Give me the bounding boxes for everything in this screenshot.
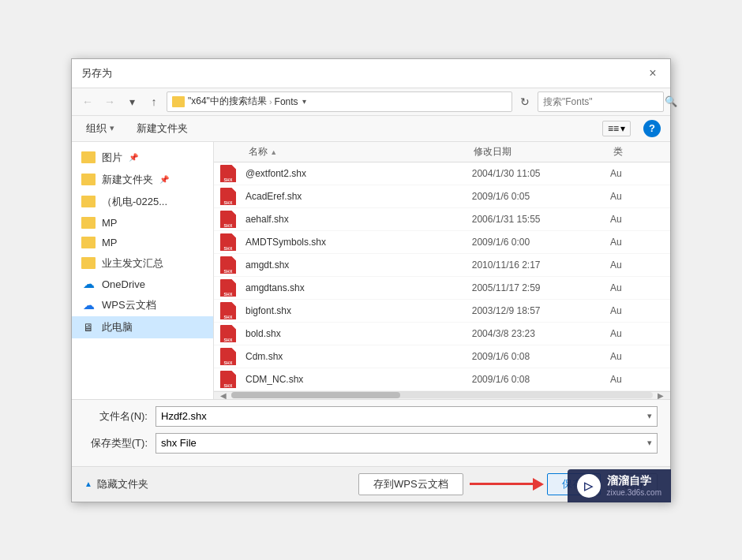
file-name: bold.shx bbox=[242, 328, 469, 339]
table-row[interactable]: SHX @extfont2.shx 2004/1/30 11:05 Au bbox=[214, 162, 670, 185]
file-type: Au bbox=[607, 214, 670, 225]
file-type: Au bbox=[607, 168, 670, 179]
forward-button[interactable]: → bbox=[100, 92, 119, 111]
col-name-header[interactable]: 名称 ▲ bbox=[242, 145, 467, 159]
filename-input[interactable] bbox=[161, 410, 647, 422]
filetype-input-wrap[interactable]: ▾ bbox=[156, 433, 658, 454]
col-date-header[interactable]: 修改日期 bbox=[467, 145, 607, 159]
sidebar-item-images[interactable]: 图片 📌 bbox=[72, 147, 213, 169]
sidebar-item-mp2[interactable]: MP bbox=[72, 233, 213, 252]
help-button[interactable]: ? bbox=[643, 120, 661, 137]
file-icon: SHX bbox=[214, 371, 242, 388]
file-icon: SHX bbox=[214, 302, 242, 319]
table-row[interactable]: SHX AMDTSymbols.shx 2009/1/6 0:00 Au bbox=[214, 231, 670, 254]
view-icon: ≡≡ bbox=[608, 123, 619, 134]
table-row[interactable]: SHX bold.shx 2004/3/8 23:23 Au bbox=[214, 323, 670, 345]
folder-icon bbox=[81, 257, 96, 269]
file-date: 2004/3/8 23:23 bbox=[469, 328, 607, 339]
sidebar-item-yezhu[interactable]: 业主发文汇总 bbox=[72, 252, 213, 274]
sidebar-item-mp1[interactable]: MP bbox=[72, 213, 213, 233]
breadcrumb[interactable]: "x64"中的搜索结果 › Fonts ▾ bbox=[167, 91, 512, 112]
file-area: 名称 ▲ 修改日期 类 SHX @extfont2.shx 2004/1/30 … bbox=[214, 142, 670, 399]
file-type: Au bbox=[607, 351, 670, 362]
sidebar-item-label: OneDrive bbox=[102, 278, 145, 290]
search-input[interactable] bbox=[543, 96, 661, 107]
file-name: AcadEref.shx bbox=[242, 191, 469, 202]
table-row[interactable]: SHX amgdtans.shx 2005/11/17 2:59 Au bbox=[214, 277, 670, 300]
file-type: Au bbox=[607, 259, 670, 271]
file-date: 2009/1/6 0:08 bbox=[469, 374, 607, 385]
sidebar-item-label: MP bbox=[102, 217, 118, 229]
folder-icon bbox=[81, 217, 96, 229]
table-row[interactable]: SHX bigfont.shx 2003/12/9 18:57 Au bbox=[214, 300, 670, 323]
file-icon: SHX bbox=[214, 256, 242, 274]
table-row[interactable]: SHX CDM_NC.shx 2009/1/6 0:08 Au bbox=[214, 368, 670, 391]
folder-icon bbox=[81, 237, 96, 248]
horizontal-scrollbar[interactable]: ◀ ▶ bbox=[214, 391, 670, 399]
sidebar-item-label: MP bbox=[102, 237, 118, 248]
up-button[interactable]: ↑ bbox=[144, 92, 163, 111]
view-button[interactable]: ≡≡ ▾ bbox=[602, 121, 631, 136]
folder-icon bbox=[81, 151, 96, 163]
file-type: Au bbox=[607, 374, 670, 385]
search-icon[interactable]: 🔍 bbox=[665, 95, 677, 107]
pc-icon: 🖥 bbox=[81, 321, 96, 333]
view-chevron-icon: ▾ bbox=[620, 123, 625, 134]
pin-icon: 📌 bbox=[129, 153, 138, 162]
search-bar[interactable]: 🔍 bbox=[538, 91, 664, 112]
file-date: 2009/1/6 0:00 bbox=[469, 237, 607, 248]
file-date: 2006/1/31 15:55 bbox=[469, 214, 607, 225]
sidebar-item-wps[interactable]: ☁ WPS云文档 bbox=[72, 294, 213, 316]
sidebar-item-thispc[interactable]: 🖥 此电脑 bbox=[72, 316, 213, 338]
dialog-title: 另存为 bbox=[81, 66, 112, 80]
table-row[interactable]: SHX aehalf.shx 2006/1/31 15:55 Au bbox=[214, 208, 670, 231]
sidebar-item-onedrive[interactable]: ☁ OneDrive bbox=[72, 274, 213, 294]
file-type: Au bbox=[607, 305, 670, 316]
sidebar-item-label: 此电脑 bbox=[102, 320, 133, 334]
folder-icon bbox=[81, 196, 96, 207]
sort-arrow: ▲ bbox=[270, 148, 277, 156]
sidebar-item-label: 图片 bbox=[102, 151, 122, 165]
table-row[interactable]: SHX Cdm.shx 2009/1/6 0:08 Au bbox=[214, 345, 670, 368]
organize-button[interactable]: 组织 ▾ bbox=[81, 120, 119, 137]
breadcrumb-text: "x64"中的搜索结果 › Fonts ▾ bbox=[188, 95, 306, 108]
file-date: 2009/1/6 0:05 bbox=[469, 191, 607, 202]
wps-cloud-icon: ☁ bbox=[81, 299, 96, 311]
sidebar-item-jidian[interactable]: （机电-0225... bbox=[72, 191, 213, 213]
sidebar-item-new-folder[interactable]: 新建文件夹 📌 bbox=[72, 169, 213, 191]
file-icon: SHX bbox=[214, 211, 242, 228]
file-name: aehalf.shx bbox=[242, 214, 469, 225]
new-folder-button[interactable]: 新建文件夹 bbox=[132, 120, 193, 137]
wps-save-button[interactable]: 存到WPS云文档 bbox=[358, 473, 463, 495]
file-icon: SHX bbox=[214, 165, 242, 182]
sidebar-item-label: 新建文件夹 bbox=[102, 173, 153, 187]
close-button[interactable]: × bbox=[645, 65, 661, 81]
file-type: Au bbox=[607, 282, 670, 293]
filename-input-wrap[interactable]: ▾ bbox=[156, 406, 658, 427]
back-button[interactable]: ← bbox=[78, 92, 97, 111]
watermark-logo: ▷ bbox=[577, 474, 601, 498]
file-type: Au bbox=[607, 328, 670, 339]
filename-dropdown-icon[interactable]: ▾ bbox=[647, 411, 652, 421]
table-row[interactable]: SHX AcadEref.shx 2009/1/6 0:05 Au bbox=[214, 185, 670, 208]
sidebar-item-label: 业主发文汇总 bbox=[102, 256, 163, 271]
table-row[interactable]: SHX amgdt.shx 2010/11/16 2:17 Au bbox=[214, 254, 670, 277]
watermark-text: 溜溜自学 zixue.3d6s.com bbox=[607, 474, 661, 497]
file-date: 2003/12/9 18:57 bbox=[469, 305, 607, 316]
file-type: Au bbox=[607, 191, 670, 202]
dropdown-button[interactable]: ▾ bbox=[122, 92, 141, 111]
arrow-indicator bbox=[470, 478, 544, 491]
filetype-label: 保存类型(T): bbox=[84, 436, 156, 450]
filetype-dropdown-icon[interactable]: ▾ bbox=[647, 438, 652, 448]
scrollbar-thumb bbox=[231, 392, 400, 398]
hide-folder-toggle[interactable]: ▲ 隐藏文件夹 bbox=[84, 477, 148, 491]
chevron-up-icon: ▲ bbox=[84, 480, 92, 488]
file-list: SHX @extfont2.shx 2004/1/30 11:05 Au SHX… bbox=[214, 162, 670, 391]
col-type-header[interactable]: 类 bbox=[607, 145, 670, 159]
filename-label: 文件名(N): bbox=[84, 409, 156, 424]
file-icon: SHX bbox=[214, 348, 242, 365]
file-name: amgdtans.shx bbox=[242, 282, 469, 293]
file-name: amgdt.shx bbox=[242, 259, 469, 271]
filetype-input[interactable] bbox=[161, 437, 647, 449]
refresh-button[interactable]: ↻ bbox=[515, 92, 534, 111]
